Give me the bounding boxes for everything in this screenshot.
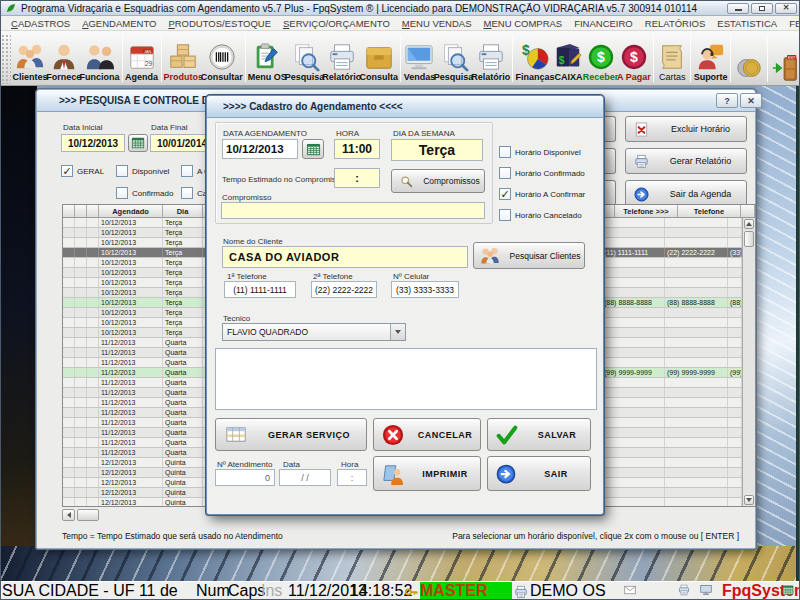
column-header-telefone[interactable]: Telefone xyxy=(678,205,741,217)
nome-cliente-field[interactable]: CASA DO AVIADOR xyxy=(222,246,468,268)
restore-button[interactable] xyxy=(751,3,773,14)
checkbox-box[interactable] xyxy=(499,209,511,221)
gerar-servico-button[interactable]: GERAR SERVIÇO xyxy=(215,418,367,451)
imprimir-button[interactable]: IMPRIMIR xyxy=(373,456,481,491)
excluir-horario-button[interactable]: Excluir Horário xyxy=(625,116,747,142)
agenda-toolbar-button[interactable]: JAN29Agenda xyxy=(126,32,158,84)
filter-dispon-vel-checkbox[interactable]: Disponível xyxy=(116,165,169,177)
column-header-agendado[interactable]: Agendado xyxy=(99,205,163,217)
column-header-item[interactable] xyxy=(87,205,99,217)
tempo-estimado-field[interactable]: : xyxy=(334,168,380,188)
cell-dia: Terça xyxy=(163,218,203,227)
close-button[interactable]: ✕ xyxy=(775,3,797,14)
status-monitor-button[interactable] xyxy=(700,582,720,600)
status-hor-rio-confirmado-checkbox[interactable]: Horário Confirmado xyxy=(499,167,585,179)
menu-estatistica[interactable]: ESTATISTICA xyxy=(711,18,783,29)
cell-agendado: 12/12/2013 xyxy=(99,458,163,467)
celular-field[interactable]: (33) 3333-3333 xyxy=(391,281,459,298)
caixa-toolbar-button[interactable]: $CAIXA xyxy=(553,32,583,84)
column-header-item[interactable] xyxy=(75,205,87,217)
produtos-toolbar-button[interactable]: Produtos xyxy=(165,32,203,84)
hscroll-thumb[interactable] xyxy=(77,509,99,521)
consulta-toolbar-button[interactable]: Consulta xyxy=(360,32,397,84)
checkbox-box[interactable] xyxy=(116,187,128,199)
checkbox-box[interactable] xyxy=(181,187,193,199)
atendimento-hora-field[interactable]: : xyxy=(337,469,367,486)
menu-cadastros[interactable]: CADASTROS xyxy=(5,18,76,29)
menu-servi-o-or-amento[interactable]: SERVIÇO/ORÇAMENTO xyxy=(277,18,396,29)
status-app-button[interactable] xyxy=(782,582,800,600)
clientes-toolbar-button[interactable]: Clientes xyxy=(13,32,47,84)
salvar-button[interactable]: SALVAR xyxy=(487,418,591,451)
column-header-item[interactable] xyxy=(741,205,755,217)
receber-toolbar-button[interactable]: $Receber xyxy=(583,32,617,84)
status-hor-rio-dispon-vel-checkbox[interactable]: Horário Disponível xyxy=(499,146,581,158)
filter-confirmado-checkbox[interactable]: Confirmado xyxy=(116,187,173,199)
checkbox-box[interactable] xyxy=(499,167,511,179)
menu-os-toolbar-button[interactable]: Menu OS xyxy=(249,32,286,84)
hscroll-left-button[interactable] xyxy=(62,509,75,521)
vendas-toolbar-button[interactable]: Vendas xyxy=(404,32,435,84)
cancelar-button[interactable]: CANCELAR xyxy=(373,418,481,451)
column-header-item[interactable] xyxy=(63,205,75,217)
num-atendimento-field[interactable]: 0 xyxy=(215,469,275,486)
pesquisa-toolbar-button[interactable]: Pesquisa xyxy=(435,32,473,84)
minimize-button[interactable] xyxy=(727,3,749,14)
menu-menu-compras[interactable]: MENU COMPRAS xyxy=(478,18,569,29)
cartas-toolbar-button[interactable]: Cartas xyxy=(657,32,687,84)
agenda-close-button[interactable]: ✕ xyxy=(740,93,762,108)
suporte-toolbar-button[interactable]: Suporte xyxy=(694,32,727,84)
table-vertical-scrollbar[interactable] xyxy=(742,218,755,506)
menu-agendamento[interactable]: AGENDAMENTO xyxy=(76,18,162,29)
coin-toolbar-button[interactable] xyxy=(734,32,764,84)
funciona-toolbar-button[interactable]: Funciona xyxy=(81,32,119,84)
menu-os-toolbar-label: Menu OS xyxy=(248,72,287,83)
checkbox-box[interactable] xyxy=(181,165,193,177)
atendimento-data-field[interactable]: / / xyxy=(279,469,331,486)
sair-button[interactable]: SAIR xyxy=(487,456,591,491)
gerar-relatorio-button[interactable]: Gerar Relatório xyxy=(625,148,747,174)
compromissos-button[interactable]: Compromissos xyxy=(391,169,485,193)
menu-produtos-estoque[interactable]: PRODUTOS/ESTOQUE xyxy=(162,18,277,29)
hora-field[interactable]: 11:00 xyxy=(334,139,380,159)
notes-textarea[interactable] xyxy=(215,348,597,410)
status-hor-rio-a-confirmar-checkbox[interactable]: ✓Horário A Confirmar xyxy=(499,188,585,200)
tel2-field[interactable]: (22) 2222-2222 xyxy=(311,281,377,298)
checkbox-box[interactable]: ✓ xyxy=(61,165,73,177)
menu-ferramentas[interactable]: FERRAMENTAS xyxy=(783,18,800,29)
a-pagar-toolbar-button[interactable]: $A Pagar xyxy=(618,32,651,84)
compromisso-field[interactable] xyxy=(221,202,485,219)
checkbox-box[interactable]: ✓ xyxy=(499,188,511,200)
tecnico-dropdown[interactable]: FLAVIO QUADRADO xyxy=(222,323,406,341)
scroll-thumb[interactable] xyxy=(744,231,754,247)
data-inicial-calendar-button[interactable] xyxy=(128,134,148,152)
menu-relat-rios[interactable]: RELATÓRIOS xyxy=(639,18,712,29)
checkbox-box[interactable] xyxy=(499,146,511,158)
filter-geral-checkbox[interactable]: ✓GERAL xyxy=(61,165,104,177)
pesquisa-toolbar-button[interactable]: Pesquisa xyxy=(286,32,324,84)
relat-rio-toolbar-button[interactable]: Relatório xyxy=(472,32,509,84)
status-hor-rio-cancelado-checkbox[interactable]: Horário Cancelado xyxy=(499,209,582,221)
scroll-up-button[interactable] xyxy=(744,219,754,229)
finan-as-toolbar-button[interactable]: $Finanças xyxy=(516,32,553,84)
fornece-toolbar-button[interactable]: Fornece xyxy=(47,32,81,84)
tel1-field[interactable]: (11) 1111-1111 xyxy=(224,281,296,298)
pesquisar-clientes-button[interactable]: Pesquisar Clientes xyxy=(473,242,585,269)
menu-menu-vendas[interactable]: MENU VENDAS xyxy=(396,18,478,29)
data-agendamento-field[interactable]: 10/12/2013 xyxy=(222,139,298,159)
status-email[interactable]: Email xyxy=(624,582,676,600)
relat-rio-toolbar-button[interactable]: Relatório xyxy=(323,32,360,84)
exit-door-toolbar-button[interactable]: EXIT xyxy=(771,32,800,84)
consultar-toolbar-button[interactable]: Consultar xyxy=(202,32,242,84)
cell-agendado: 11/12/2013 xyxy=(99,428,163,437)
menu-financeiro[interactable]: FINANCEIRO xyxy=(568,18,639,29)
scroll-down-button[interactable] xyxy=(744,495,754,505)
column-header-telefone[interactable]: Telefone >>> xyxy=(615,205,678,217)
status-printer-button[interactable] xyxy=(678,582,698,600)
agenda-help-button[interactable]: ? xyxy=(716,93,738,108)
data-inicial-field[interactable]: 10/12/2013 xyxy=(61,134,125,152)
column-header-dia[interactable]: Dia xyxy=(163,205,203,217)
checkbox-box[interactable] xyxy=(116,165,128,177)
data-final-field[interactable]: 10/01/2014 xyxy=(150,134,214,152)
dialog-calendar-button[interactable] xyxy=(302,139,324,159)
